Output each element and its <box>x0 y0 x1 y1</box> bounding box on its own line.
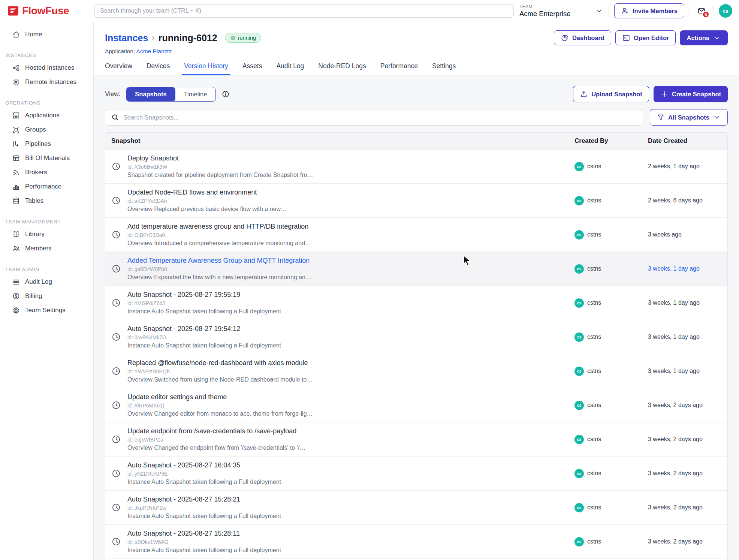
sidebar-item-bill-of-materials[interactable]: Bill Of Materials <box>0 151 93 165</box>
snapshot-title[interactable]: Replaced @flowfuse/node-red-dashboard wi… <box>127 359 313 367</box>
sidebar-item-applications[interactable]: Applications <box>0 108 93 123</box>
sidebar-item-tables[interactable]: Tables <box>0 194 93 208</box>
table-row[interactable]: Update endpoint from /save-credentials t… <box>105 422 727 457</box>
tab-version-history[interactable]: Version History <box>184 62 228 75</box>
sidebar-item-team-settings[interactable]: Team Settings <box>0 303 93 317</box>
table-row[interactable]: Added Temperature Awareness Group and MQ… <box>105 252 727 286</box>
sidebar-item-label: Performance <box>25 183 61 190</box>
sidebar-item-label: Applications <box>25 112 60 119</box>
info-icon[interactable] <box>221 90 230 98</box>
snapshot-search <box>105 109 643 126</box>
snapshot-title[interactable]: Update editor settings and theme <box>127 393 313 401</box>
toggle-snapshots[interactable]: Snapshots <box>126 87 175 101</box>
snapshot-description: Overview Changed editor from monaco to a… <box>127 410 313 417</box>
tab-node-red-logs[interactable]: Node-RED Logs <box>318 62 366 75</box>
snapshot-search-input[interactable] <box>123 114 637 121</box>
snapshot-title[interactable]: Auto Snapshot - 2025-08-27 19:55:19 <box>127 291 281 299</box>
table-row[interactable]: Auto Snapshot - 2025-08-27 15:28:11 id: … <box>105 525 727 559</box>
upload-snapshot-button[interactable]: Upload Snapshot <box>573 86 649 102</box>
chevron-down-icon[interactable] <box>595 7 603 15</box>
table-row[interactable]: Auto Snapshot - 2025-08-27 19:54:12 id: … <box>105 320 727 354</box>
snapshot-filter-label: All Snapshots <box>668 114 709 121</box>
notifications-button[interactable]: 5 <box>695 6 708 16</box>
team-selector[interactable]: TEAM: Acme Enterprise <box>519 4 576 18</box>
table-row[interactable]: Update editor settings and theme id: AlR… <box>105 388 727 422</box>
breadcrumb-instances-link[interactable]: Instances <box>105 33 148 43</box>
create-snapshot-button[interactable]: Create Snapshot <box>654 86 728 102</box>
sidebar-item-audit-log[interactable]: Audit Log <box>0 275 93 289</box>
divider <box>690 5 690 17</box>
snapshots-table: Snapshot Created By Date Created Deploy … <box>105 132 728 560</box>
table-row[interactable]: Auto Snapshot - 2025-08-27 19:55:19 id: … <box>105 286 727 320</box>
tab-assets[interactable]: Assets <box>242 62 262 75</box>
snapshot-id: id: yN2DReKP9E <box>127 471 281 477</box>
user-avatar[interactable]: cs <box>719 4 732 18</box>
tab-audit-log[interactable]: Audit Log <box>276 62 304 75</box>
application-link[interactable]: Acme Plantzz <box>136 48 172 54</box>
snapshot-description: Instance Auto Snapshot taken following a… <box>127 513 281 520</box>
table-row[interactable]: Auto Snapshot - 2025-08-27 15:28:21 id: … <box>105 491 727 525</box>
sidebar-item-library[interactable]: Library <box>0 227 93 241</box>
sidebar-item-hosted-instances[interactable]: Hosted Instances <box>0 61 93 75</box>
created-by-cell: cs cstns <box>574 162 648 171</box>
snapshot-title[interactable]: Auto Snapshot - 2025-08-27 15:28:11 <box>127 530 281 538</box>
snapshot-title[interactable]: Added Temperature Awareness Group and MQ… <box>127 257 311 265</box>
created-by-cell: cs cstns <box>574 401 648 410</box>
snapshot-id: id: X3o6Bw1k9W <box>127 164 313 170</box>
invite-members-button[interactable]: Invite Members <box>614 3 684 18</box>
table-row[interactable]: Replaced @flowfuse/node-red-dashboard wi… <box>105 354 727 388</box>
avatar: cs <box>574 298 584 308</box>
invite-members-label: Invite Members <box>633 7 678 15</box>
snapshot-description: Overview Introduced a comprehensive temp… <box>127 240 311 247</box>
snapshot-title[interactable]: Deploy Snapshot <box>127 154 313 162</box>
sidebar-item-billing[interactable]: Billing <box>0 289 93 303</box>
snapshot-title[interactable]: Auto Snapshot - 2025-08-27 15:28:21 <box>127 496 281 503</box>
snapshot-id: id: AlRPoMX61j <box>127 403 313 409</box>
created-by-cell: cs cstns <box>574 298 648 308</box>
open-editor-label: Open Editor <box>634 34 669 42</box>
status-label: running <box>238 35 256 41</box>
column-header-snapshot: Snapshot <box>111 137 574 145</box>
sidebar-item-performance[interactable]: Performance <box>0 180 93 194</box>
snapshot-title[interactable]: Auto Snapshot - 2025-08-27 19:54:12 <box>127 325 281 333</box>
sidebar-item-brokers[interactable]: Brokers <box>0 165 93 180</box>
plus-icon <box>660 90 669 98</box>
table-row[interactable]: Deploy Snapshot id: X3o6Bw1k9W Snapshot … <box>105 150 727 184</box>
snapshot-id: id: oBOkv1W6AG <box>127 539 281 545</box>
editor-icon <box>622 34 630 42</box>
pipelines-icon <box>12 140 20 148</box>
global-search-input[interactable] <box>94 4 514 18</box>
table-row[interactable]: Add temperature awareness group and HTTP… <box>105 218 727 252</box>
sidebar-item-groups[interactable]: Groups <box>0 123 93 137</box>
tab-settings[interactable]: Settings <box>432 62 456 75</box>
actions-button[interactable]: Actions <box>680 30 728 45</box>
created-by-name: cstns <box>587 163 601 170</box>
flowfuse-logo[interactable]: FlowFuse <box>7 5 94 17</box>
sidebar-item-label: Bill Of Materials <box>25 154 70 162</box>
column-header-date-created: Date Created <box>648 137 721 145</box>
snapshot-title[interactable]: Auto Snapshot - 2025-08-27 16:04:35 <box>127 461 281 469</box>
sidebar-item-members[interactable]: Members <box>0 241 93 256</box>
tab-overview[interactable]: Overview <box>105 62 132 75</box>
application-row: Application: Acme Plantzz <box>105 48 728 55</box>
snapshot-title[interactable]: Add temperature awareness group and HTTP… <box>127 223 311 231</box>
dashboard-button[interactable]: Dashboard <box>554 30 611 45</box>
created-by-name: cstns <box>587 402 601 409</box>
snapshot-filter-dropdown[interactable]: All Snapshots <box>650 109 728 126</box>
sidebar-item-remote-instances[interactable]: Remote Instances <box>0 75 93 89</box>
created-by-cell: cs cstns <box>574 537 648 547</box>
table-row[interactable]: Updated Node-RED flows and environment i… <box>105 184 727 218</box>
sidebar-item-pipelines[interactable]: Pipelines <box>0 137 93 151</box>
open-editor-button[interactable]: Open Editor <box>615 30 676 45</box>
table-row[interactable]: Auto Snapshot - 2025-08-27 16:04:35 id: … <box>105 457 727 491</box>
created-by-name: cstns <box>587 470 601 477</box>
toggle-timeline[interactable]: Timeline <box>175 87 216 101</box>
notification-count-badge: 5 <box>702 11 709 18</box>
sidebar-item-home[interactable]: Home <box>0 27 93 42</box>
avatar: cs <box>574 435 584 444</box>
tab-performance[interactable]: Performance <box>380 62 418 75</box>
tab-devices[interactable]: Devices <box>147 62 170 75</box>
snapshot-title[interactable]: Updated Node-RED flows and environment <box>127 189 287 196</box>
applications-icon <box>12 111 20 120</box>
snapshot-title[interactable]: Update endpoint from /save-credentials t… <box>127 427 305 435</box>
